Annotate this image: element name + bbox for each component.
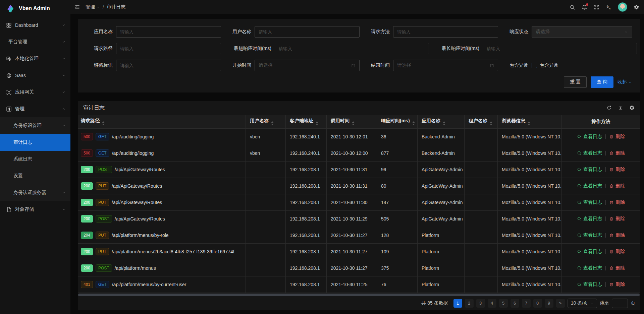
column-header-6[interactable]: 租户名称 bbox=[465, 115, 498, 128]
settings-gear-icon[interactable] bbox=[634, 4, 639, 10]
method-badge: POST bbox=[96, 264, 112, 272]
jump-to-label: 跳至 bbox=[600, 300, 609, 306]
request-method-input[interactable] bbox=[393, 26, 498, 38]
row-height-icon[interactable] bbox=[618, 105, 623, 111]
sidebar-item-settings[interactable]: 设置 bbox=[0, 168, 70, 184]
collapse-link[interactable]: 收起 bbox=[618, 79, 632, 85]
sidebar-item-localization[interactable]: 本地化管理 bbox=[0, 50, 70, 67]
sidebar-item-management[interactable]: 管理 bbox=[0, 101, 70, 117]
delete-button[interactable]: 删除 bbox=[609, 265, 625, 271]
column-header-3[interactable]: 调用时间 bbox=[327, 115, 377, 128]
delete-button[interactable]: 删除 bbox=[609, 199, 625, 205]
view-log-button[interactable]: 查看日志 bbox=[577, 183, 602, 189]
sidebar-item-system-log[interactable]: 系统日志 bbox=[0, 151, 70, 168]
column-header-5[interactable]: 应用名称 bbox=[418, 115, 465, 128]
user-name-input[interactable] bbox=[255, 26, 360, 38]
column-header-7[interactable]: 浏览器信息 bbox=[498, 115, 562, 128]
delete-button[interactable]: 删除 bbox=[609, 216, 625, 222]
page-button-1[interactable]: 1 bbox=[453, 299, 462, 308]
view-log-button[interactable]: 查看日志 bbox=[577, 199, 602, 205]
view-log-button[interactable]: 查看日志 bbox=[577, 232, 602, 238]
locale-translate-icon[interactable]: 文A bbox=[606, 4, 611, 10]
page-button-6[interactable]: 6 bbox=[511, 299, 519, 308]
delete-button[interactable]: 删除 bbox=[609, 134, 625, 140]
cell-browser-info: Mozilla/5.0 (Windows NT 10.0; Win bbox=[498, 260, 562, 276]
view-log-button[interactable]: 查看日志 bbox=[577, 265, 602, 271]
sort-carets-icon[interactable] bbox=[352, 121, 355, 125]
column-label: 客户端地址 bbox=[290, 118, 313, 123]
include-exception-checkbox[interactable] bbox=[532, 63, 537, 68]
start-time-datepicker[interactable]: 请选择 bbox=[255, 60, 360, 71]
app-name-input[interactable] bbox=[116, 26, 221, 38]
next-page-button[interactable]: > bbox=[556, 299, 565, 308]
page-button-7[interactable]: 7 bbox=[522, 299, 531, 308]
view-log-button[interactable]: 查看日志 bbox=[577, 216, 602, 222]
view-log-button[interactable]: 查看日志 bbox=[577, 134, 602, 140]
end-time-datepicker[interactable]: 请选择 bbox=[393, 60, 498, 71]
select-placeholder: 请选择 bbox=[536, 29, 624, 35]
sidebar-item-audit-log[interactable]: 审计日志 bbox=[0, 134, 70, 151]
sort-carets-icon[interactable] bbox=[412, 121, 415, 125]
page-size-select[interactable]: 10 条/页 bbox=[568, 299, 597, 308]
sidebar-item-identity[interactable]: 身份标识管理 bbox=[0, 117, 70, 134]
page-button-8[interactable]: 8 bbox=[533, 299, 542, 308]
response-status-select[interactable]: 请选择 bbox=[532, 26, 632, 38]
column-header-1[interactable]: 用户名称 bbox=[246, 115, 286, 128]
view-log-button[interactable]: 查看日志 bbox=[577, 167, 602, 173]
view-log-button[interactable]: 查看日志 bbox=[577, 150, 602, 156]
sort-carets-icon[interactable] bbox=[102, 121, 105, 125]
delete-button[interactable]: 删除 bbox=[609, 232, 625, 238]
cell-call-time: 2021-10-30 11:27 bbox=[327, 243, 377, 260]
page-button-5[interactable]: 5 bbox=[499, 299, 508, 308]
sidebar-fold-icon[interactable] bbox=[74, 4, 80, 10]
delete-button[interactable]: 删除 bbox=[609, 183, 625, 189]
min-response-time-input[interactable] bbox=[275, 43, 429, 54]
cell-response-time: 36 bbox=[377, 128, 418, 145]
column-label: 应用名称 bbox=[422, 118, 440, 123]
sidebar-item-object-storage[interactable]: 对象存储 bbox=[0, 201, 70, 218]
sidebar-item-saas[interactable]: Saas bbox=[0, 67, 70, 84]
reset-button[interactable]: 重 置 bbox=[564, 76, 587, 88]
view-log-button[interactable]: 查看日志 bbox=[577, 281, 602, 288]
max-response-time-input[interactable] bbox=[483, 43, 637, 54]
user-avatar[interactable] bbox=[618, 2, 627, 12]
trace-id-input[interactable] bbox=[116, 60, 221, 71]
request-path-input[interactable] bbox=[116, 43, 221, 54]
action-divider bbox=[605, 282, 606, 287]
jump-to-page-input[interactable] bbox=[612, 299, 628, 308]
sort-carets-icon[interactable] bbox=[271, 121, 274, 125]
view-log-button[interactable]: 查看日志 bbox=[577, 249, 602, 255]
page-button-9[interactable]: 9 bbox=[545, 299, 553, 308]
delete-button[interactable]: 删除 bbox=[609, 281, 625, 288]
sort-carets-icon[interactable] bbox=[316, 121, 318, 125]
sidebar-item-auth-server[interactable]: 身份认证服务器 bbox=[0, 184, 70, 201]
column-settings-gear-icon[interactable] bbox=[629, 105, 635, 111]
sidebar-item-platform[interactable]: 平台管理 bbox=[0, 34, 70, 50]
delete-button[interactable]: 删除 bbox=[609, 249, 625, 255]
horizontal-scrollbar[interactable] bbox=[78, 294, 640, 296]
search-button[interactable]: 查 询 bbox=[591, 76, 613, 88]
pagination: 共 85 条数据 123456789 > 10 条/页 跳至 页 bbox=[78, 296, 640, 310]
breadcrumb-parent[interactable]: 管理 bbox=[86, 4, 100, 10]
sidebar-item-gateway[interactable]: 应用网关 bbox=[0, 84, 70, 101]
column-label: 操作方法 bbox=[592, 119, 610, 124]
refresh-icon[interactable] bbox=[606, 105, 612, 111]
fullscreen-icon[interactable] bbox=[594, 4, 599, 10]
cell-app-name: Backend-Admin bbox=[418, 128, 465, 145]
sort-carets-icon[interactable] bbox=[443, 121, 445, 125]
sort-carets-icon[interactable] bbox=[490, 121, 492, 125]
delete-button[interactable]: 删除 bbox=[609, 150, 625, 156]
column-header-4[interactable]: 响应时间(ms) bbox=[377, 115, 418, 128]
page-button-2[interactable]: 2 bbox=[465, 299, 474, 308]
sort-carets-icon[interactable] bbox=[528, 121, 530, 125]
search-icon[interactable] bbox=[570, 4, 575, 10]
column-header-8: 操作方法 bbox=[562, 115, 640, 128]
sidebar-item-dashboard[interactable]: Dashboard bbox=[0, 17, 70, 34]
notification-bell-icon[interactable] bbox=[582, 4, 587, 10]
column-header-2[interactable]: 客户端地址 bbox=[286, 115, 327, 128]
page-button-4[interactable]: 4 bbox=[488, 299, 496, 308]
cell-call-time: 2021-10-30 11:27 bbox=[327, 260, 377, 276]
delete-button[interactable]: 删除 bbox=[609, 167, 625, 173]
column-header-0[interactable]: 请求路径 bbox=[78, 115, 246, 128]
page-button-3[interactable]: 3 bbox=[476, 299, 485, 308]
